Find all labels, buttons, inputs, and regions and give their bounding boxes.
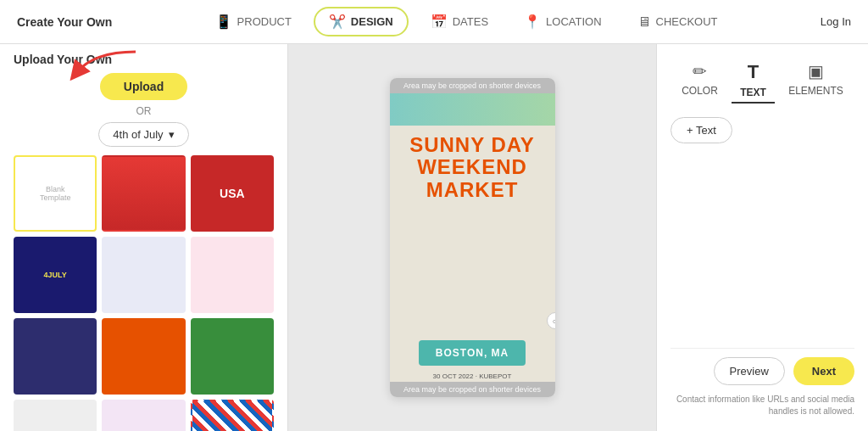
dates-icon: 📅: [431, 14, 448, 30]
template-category-dropdown[interactable]: 4th of July ▾: [98, 122, 188, 147]
crop-notice-bottom: Area may be cropped on shorter devices: [390, 382, 555, 397]
add-text-button[interactable]: + Text: [670, 117, 732, 143]
red-arrow-icon: [68, 48, 144, 81]
location-icon: 📍: [524, 14, 541, 30]
template-usa[interactable]: USA: [191, 155, 274, 232]
template-green[interactable]: [191, 318, 274, 395]
template-grid: BlankTemplate USA 4JULY: [14, 155, 274, 431]
header: Create Your Own 📱 PRODUCT ✂️ DESIGN 📅 DA…: [0, 0, 868, 44]
location-display: BOSTON, MA: [419, 340, 526, 366]
center-panel: Area may be cropped on shorter devices S…: [288, 44, 656, 431]
logo: Create Your Own: [17, 15, 112, 29]
right-panel: ✏ COLOR T TEXT ▣ ELEMENTS + Text Preview…: [656, 44, 868, 431]
text-icon: T: [748, 61, 759, 83]
tab-elements-label: ELEMENTS: [788, 85, 843, 97]
preview-button[interactable]: Preview: [714, 357, 785, 385]
elements-icon: ▣: [808, 61, 824, 81]
tab-elements[interactable]: ▣ ELEMENTS: [780, 58, 852, 104]
checkout-icon: 🖥: [637, 14, 651, 30]
step-dates[interactable]: 📅 DATES: [417, 8, 502, 35]
right-bottom-actions: Preview Next Contact information like UR…: [670, 357, 854, 417]
template-pink[interactable]: [191, 237, 274, 313]
login-button[interactable]: Log In: [821, 15, 851, 28]
dropdown-label: 4th of July: [113, 128, 163, 141]
step-dates-label: DATES: [453, 15, 488, 28]
step-location-label: LOCATION: [546, 15, 602, 28]
step-checkout[interactable]: 🖥 CHECKOUT: [624, 9, 732, 35]
phone-content: SUNNY DAY WEEKEND MARKET BOSTON, MA 30 O…: [390, 93, 555, 382]
tab-text[interactable]: T TEXT: [732, 58, 775, 104]
market-name-display: SUNNY DAY WEEKEND MARKET: [390, 126, 555, 204]
template-blank[interactable]: BlankTemplate: [14, 155, 97, 232]
step-product-label: PRODUCT: [237, 15, 292, 28]
color-icon: ✏: [693, 61, 707, 81]
tab-color[interactable]: ✏ COLOR: [673, 58, 726, 104]
step-design-label: DESIGN: [351, 15, 393, 28]
next-button[interactable]: Next: [793, 357, 854, 385]
tab-text-label: TEXT: [740, 87, 766, 98]
tab-color-label: COLOR: [682, 85, 718, 97]
design-icon: ✂️: [329, 14, 346, 30]
disclaimer-text: Contact information like URLs and social…: [670, 394, 854, 417]
template-orange[interactable]: [102, 318, 185, 395]
template-gray[interactable]: [14, 400, 97, 431]
tool-tabs: ✏ COLOR T TEXT ▣ ELEMENTS: [670, 58, 854, 104]
step-checkout-label: CHECKOUT: [656, 15, 718, 28]
date-display: 30 OCT 2022 · KUBEPOT: [431, 371, 514, 382]
upload-section: Upload Your Own Upload OR 4th of July ▾: [14, 53, 274, 147]
right-panel-divider: [670, 348, 854, 349]
template-stripe[interactable]: [191, 400, 274, 431]
product-icon: 📱: [215, 14, 232, 30]
template-4july[interactable]: 4JULY: [14, 237, 97, 313]
template-light2[interactable]: [102, 237, 185, 313]
step-design[interactable]: ✂️ DESIGN: [314, 7, 409, 36]
main-content: Upload Your Own Upload OR 4th of July ▾ …: [0, 44, 868, 431]
phone-preview: Area may be cropped on shorter devices S…: [390, 78, 555, 397]
action-buttons: Preview Next: [670, 357, 854, 385]
phone-header-decoration: [390, 93, 555, 126]
nav: 📱 PRODUCT ✂️ DESIGN 📅 DATES 📍 LOCATION 🖥…: [202, 7, 732, 36]
crop-notice-top: Area may be cropped on shorter devices: [390, 78, 555, 93]
template-purple[interactable]: [102, 400, 185, 431]
step-product[interactable]: 📱 PRODUCT: [202, 8, 305, 35]
or-divider: OR: [14, 105, 274, 117]
step-location[interactable]: 📍 LOCATION: [510, 8, 615, 35]
upload-title: Upload Your Own: [14, 53, 274, 66]
chevron-down-icon: ▾: [169, 128, 175, 141]
template-night[interactable]: [14, 318, 97, 395]
left-panel: Upload Your Own Upload OR 4th of July ▾ …: [0, 44, 288, 431]
template-red[interactable]: [102, 155, 185, 232]
